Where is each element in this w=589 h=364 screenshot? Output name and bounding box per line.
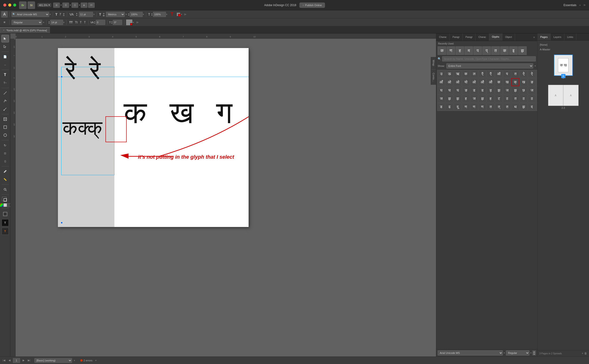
small-caps-btn[interactable]: Tt xyxy=(75,21,78,24)
metrics-dropdown[interactable]: ▾ xyxy=(126,13,127,16)
glyph-o1[interactable]: ओ xyxy=(445,78,453,86)
glyph-ai2[interactable]: ऐ xyxy=(528,70,536,78)
glyph-jha5[interactable]: झ xyxy=(454,95,462,103)
glyph-ta[interactable]: त xyxy=(511,70,519,78)
eyedropper-tool[interactable] xyxy=(1,168,9,175)
glyph-duu[interactable]: दू xyxy=(454,103,462,111)
glyph-ta3[interactable]: त xyxy=(487,103,495,111)
leading-up[interactable]: ▲ xyxy=(48,21,50,22)
glyph-size-up[interactable]: ▲ xyxy=(532,351,536,353)
glyph-na3[interactable]: ण xyxy=(478,103,486,111)
T-vertical-1[interactable]: T xyxy=(99,13,101,16)
fill-stroke-icon[interactable] xyxy=(2,197,8,202)
glyph-na2[interactable]: ण xyxy=(470,103,478,111)
wrap-label[interactable]: Wrap xyxy=(432,58,435,67)
preview-mode-btn[interactable]: T xyxy=(2,219,9,226)
glyph-ta-vir[interactable]: त् xyxy=(495,103,503,111)
glyph-ta4[interactable]: त xyxy=(503,103,511,111)
glyph-font-style-select[interactable]: Regular xyxy=(506,350,530,356)
publish-online-button[interactable]: ↑ Publish Online xyxy=(299,3,325,8)
scale-down[interactable]: ▼ xyxy=(151,14,153,16)
show-select[interactable]: Entire Font xyxy=(446,63,533,69)
leading-input[interactable] xyxy=(50,20,63,25)
font-size-down[interactable]: ▼ xyxy=(76,14,78,16)
pages-master-label[interactable]: A-Master xyxy=(539,47,587,52)
type-tool-icon[interactable]: A xyxy=(1,11,7,17)
glyph-font-name-select[interactable]: Arial Unicode MS xyxy=(438,350,503,356)
glyph-kha[interactable]: ख xyxy=(503,78,511,86)
glyph-tta[interactable]: ट xyxy=(495,95,503,103)
layers-tab[interactable]: Layers xyxy=(551,33,564,40)
skew-down[interactable]: ▼ xyxy=(111,22,113,24)
prev-page-btn[interactable]: ◀ xyxy=(8,359,11,362)
gradient-mode-btn[interactable] xyxy=(4,203,7,207)
glyph-e1[interactable]: ऍ xyxy=(478,70,486,78)
scale-up[interactable]: ▲ xyxy=(151,13,153,14)
layout-btn-2[interactable]: ☰ xyxy=(62,3,69,8)
glyph-jha2[interactable]: झ xyxy=(511,86,519,94)
glyph-da2[interactable]: ड xyxy=(478,86,486,94)
links-tab[interactable]: Links xyxy=(564,33,576,40)
next-page-btn[interactable]: ▶ xyxy=(22,359,25,362)
fill-color-box[interactable] xyxy=(126,20,132,25)
italic-T-icon[interactable]: T xyxy=(59,13,61,16)
ellipse-tool[interactable] xyxy=(1,131,9,139)
glyph-dda[interactable]: ड़ xyxy=(487,86,495,94)
recent-glyph-6[interactable]: त xyxy=(491,46,500,55)
recent-glyph-3[interactable]: म xyxy=(465,46,473,55)
pages-23-thumb[interactable]: A A xyxy=(548,85,579,106)
pen-tool-btn[interactable]: ✏ xyxy=(88,3,95,8)
layout-btn-3[interactable]: ⊡ xyxy=(71,3,78,8)
leading-down[interactable]: ▼ xyxy=(48,22,50,24)
page-1-thumb[interactable]: क ख 1 xyxy=(554,55,573,76)
pencil-tool[interactable] xyxy=(1,105,9,113)
scale-dropdown[interactable]: ▾ xyxy=(166,13,167,16)
font-style-select[interactable]: Regular xyxy=(12,20,42,25)
scale-tool[interactable]: ⊡ xyxy=(1,150,9,157)
contour-label[interactable]: Conto... xyxy=(432,71,435,83)
type-tool[interactable]: T xyxy=(1,71,9,79)
glyph-size-down[interactable]: ▼ xyxy=(532,353,536,355)
tab-object[interactable]: Object xyxy=(502,33,515,41)
font-size-input[interactable] xyxy=(79,12,93,17)
all-caps-btn[interactable]: TT xyxy=(69,21,73,24)
glyph-ttha3[interactable]: ठ xyxy=(528,95,536,103)
metrics-select[interactable]: Metrics xyxy=(106,12,125,17)
type-cursor-btn[interactable]: T xyxy=(2,228,9,235)
tab-close-icon[interactable]: × xyxy=(3,29,5,32)
font-size-dropdown[interactable]: ▾ xyxy=(93,13,95,16)
glyph-yo[interactable]: यो xyxy=(462,78,470,86)
pages-tab[interactable]: Pages xyxy=(537,33,551,40)
superscript-btn[interactable]: T xyxy=(80,21,81,24)
glyph-ka-vir[interactable]: क् xyxy=(511,78,519,86)
glyph-gha3[interactable]: घ xyxy=(454,86,462,94)
zoom-dropdown-icon[interactable]: ▾ xyxy=(48,4,50,6)
glyph-ja4[interactable]: ज xyxy=(470,95,478,103)
glyph-la[interactable]: ल xyxy=(470,70,478,78)
close-button[interactable] xyxy=(3,4,6,6)
glyph-au2[interactable]: औ xyxy=(487,78,495,86)
zoom-tool[interactable] xyxy=(1,186,9,193)
T-vertical-2[interactable]: T xyxy=(103,13,104,16)
align-left-icon[interactable]: ≡ xyxy=(1,19,7,26)
current-page-input[interactable] xyxy=(13,358,20,363)
kerning-T-icon[interactable]: T xyxy=(148,13,150,16)
tracking-dropdown[interactable]: ▾ xyxy=(143,13,144,16)
tab-character-1[interactable]: Charac xyxy=(436,33,450,41)
glyph-ja2[interactable]: ज xyxy=(528,86,536,94)
color-mode-btn[interactable] xyxy=(0,203,3,207)
layout-dropdown[interactable]: ▾ xyxy=(60,4,62,6)
glyph-aanc[interactable]: आँ xyxy=(437,78,445,86)
tab-paragraph-2[interactable]: Paragr xyxy=(463,33,476,41)
glyph-ta2[interactable]: त xyxy=(511,95,519,103)
last-page-btn[interactable]: ▶| xyxy=(27,359,31,362)
skew-input[interactable] xyxy=(113,20,122,25)
font-size-up[interactable]: ▲ xyxy=(76,12,78,14)
recent-glyph-0[interactable]: क xyxy=(438,46,446,55)
glyph-gha2[interactable]: घ xyxy=(445,86,453,94)
maximize-button[interactable] xyxy=(13,4,16,6)
bridge-icon[interactable]: Br xyxy=(19,1,27,9)
glyph-ka2[interactable]: क xyxy=(495,78,503,86)
direct-selection-tool[interactable] xyxy=(1,43,9,50)
glyph-ttha[interactable]: ठ xyxy=(503,95,511,103)
